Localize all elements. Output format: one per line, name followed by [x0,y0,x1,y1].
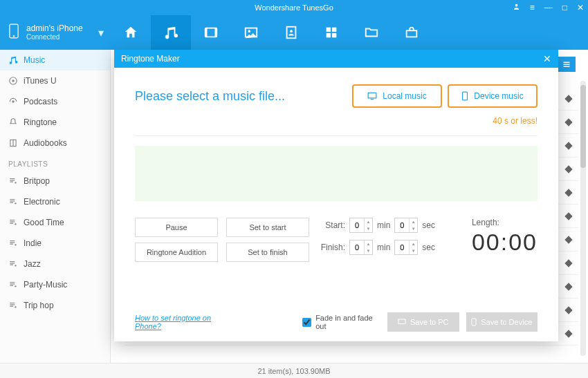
svg-point-9 [290,30,293,32]
set-start-button[interactable]: Set to start [226,218,309,237]
sidebar: Music iTunes U Podcasts Ringtone Audiobo… [0,50,111,363]
svg-rect-5 [215,28,217,37]
sidebar-item-itunesu[interactable]: iTunes U [0,70,110,91]
fade-label: Fade in and fade out [315,314,380,330]
up-icon[interactable]: ▲ [365,240,372,247]
user-icon[interactable] [513,3,520,12]
howto-link[interactable]: How to set ringtone on Phone? [135,314,233,330]
nav-video[interactable] [191,15,231,50]
nav-files[interactable] [351,15,392,50]
view-list-button[interactable] [558,57,576,72]
down-icon[interactable]: ▼ [410,225,417,232]
close-icon[interactable]: ✕ [577,3,584,12]
sidebar-label: Audiobooks [24,138,67,148]
sidebar-label: Good Time [24,218,64,227]
waveform-area [135,146,538,201]
device-name: admin's iPhone [26,24,83,33]
sidebar-playlist[interactable]: Britpop [0,171,110,191]
svg-rect-14 [407,30,417,37]
sidebar-label: Ringtone [24,117,57,127]
menu-icon[interactable]: ≡ [530,3,535,12]
nav-toolbox[interactable] [392,15,432,50]
svg-rect-36 [398,319,405,324]
up-icon[interactable]: ▲ [365,218,372,225]
sidebar-playlist[interactable]: Trip hop [0,295,110,316]
svg-rect-13 [332,33,336,37]
phone-icon [8,23,19,41]
min-unit: min [377,243,390,252]
nav-music[interactable] [151,15,191,50]
finish-sec-input[interactable] [395,240,409,254]
sidebar-item-ringtone[interactable]: Ringtone [0,112,110,133]
start-sec-input[interactable] [395,218,409,232]
app-title: Wondershare TunesGo [255,3,333,12]
pause-button[interactable]: Pause [135,218,218,237]
scrollbar[interactable] [580,81,586,356]
nav-photo[interactable] [231,15,271,50]
button-label: Save to PC [410,318,449,326]
chevron-down-icon: ▾ [98,26,104,39]
start-min-input[interactable] [350,218,364,232]
svg-rect-34 [371,99,374,100]
svg-rect-32 [564,66,570,68]
sidebar-label: Podcasts [24,97,57,106]
device-selector[interactable]: admin's iPhone Connected ▾ [0,23,111,41]
button-label: Local music [383,91,426,101]
modal-close-icon[interactable]: ✕ [543,53,551,64]
sidebar-label: iTunes U [24,76,57,86]
min-unit: min [377,220,390,230]
ringtone-maker-modal: Ringtone Maker ✕ Please select a music f… [114,50,558,341]
save-to-pc-button[interactable]: Save to PC [387,312,459,332]
fade-checkbox[interactable]: Fade in and fade out [302,314,380,330]
sec-unit: sec [422,243,435,252]
sidebar-label: Party-Music [24,280,67,290]
finish-label: Finish: [318,243,345,252]
sidebar-item-audiobooks[interactable]: Audiobooks [0,133,110,153]
svg-point-22 [15,244,16,245]
down-icon[interactable]: ▼ [365,225,372,232]
device-music-button[interactable]: Device music [448,84,538,108]
status-text: 21 item(s), 103.90MB [257,367,330,375]
svg-point-19 [15,182,16,183]
svg-point-23 [15,265,16,266]
nav-apps[interactable] [311,15,351,50]
down-icon[interactable]: ▼ [365,247,372,254]
sidebar-label: Indie [24,238,42,248]
sidebar-label: Jazz [24,259,41,269]
svg-rect-10 [327,28,331,32]
length-label: Length: [472,218,538,227]
svg-point-24 [15,285,16,287]
sidebar-playlist[interactable]: Party-Music [0,274,110,295]
button-label: Save to Device [481,318,532,326]
svg-rect-11 [332,28,336,32]
sidebar-playlist[interactable]: Jazz [0,254,110,274]
save-to-device-button[interactable]: Save to Device [466,312,538,332]
set-finish-button[interactable]: Set to finish [226,243,309,262]
sidebar-item-podcasts[interactable]: Podcasts [0,91,110,112]
svg-rect-31 [564,64,570,66]
svg-point-17 [12,100,15,103]
minimize-icon[interactable]: — [544,3,553,12]
up-icon[interactable]: ▲ [410,218,417,225]
svg-point-7 [248,30,250,32]
maximize-icon[interactable]: □ [562,3,567,12]
svg-rect-37 [472,319,476,325]
select-prompt: Please select a music file... [135,89,285,104]
audition-button[interactable]: Ringtone Audition [135,243,218,262]
sidebar-playlist[interactable]: Good Time [0,212,110,233]
sec-unit: sec [422,220,435,230]
local-music-button[interactable]: Local music [352,84,442,108]
sidebar-item-music[interactable]: Music [0,50,110,70]
svg-rect-4 [205,28,208,37]
svg-rect-33 [368,93,376,98]
sidebar-playlist[interactable]: Indie [0,233,110,254]
duration-limit: 40 s or less! [135,116,538,136]
down-icon[interactable]: ▼ [410,247,417,254]
nav-contacts[interactable] [271,15,311,50]
up-icon[interactable]: ▲ [410,240,417,247]
finish-min-input[interactable] [350,240,364,254]
sidebar-playlist[interactable]: Electronic [0,191,110,212]
sidebar-label: Music [24,55,45,65]
svg-point-16 [12,79,15,82]
nav-home[interactable] [111,15,151,50]
